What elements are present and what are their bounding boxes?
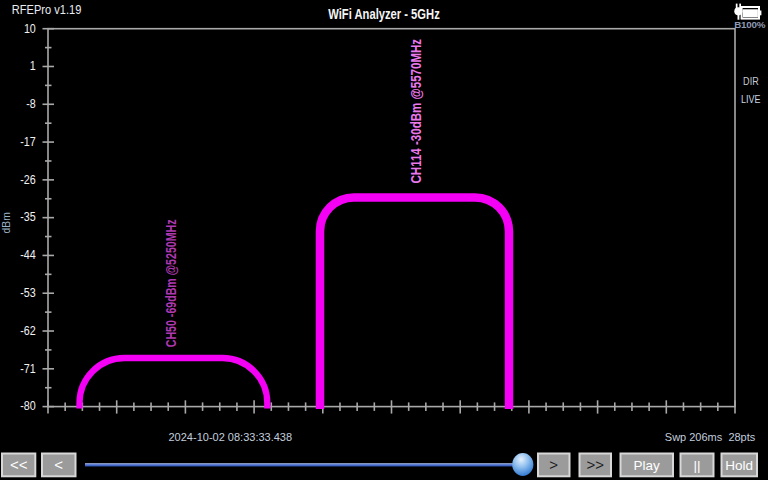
svg-text:Swp 206ms 28pts: Swp 206ms 28pts <box>665 430 756 444</box>
svg-text:>: > <box>549 456 558 473</box>
svg-text:RFEPro v1.19: RFEPro v1.19 <box>12 2 82 17</box>
svg-text:Play: Play <box>634 458 661 473</box>
svg-text:-26: -26 <box>20 172 36 187</box>
svg-text:CH114 -30dBm @5570MHz: CH114 -30dBm @5570MHz <box>407 39 424 184</box>
svg-text:-35: -35 <box>20 209 36 224</box>
svg-text:||: || <box>693 458 700 473</box>
svg-text:CH50 -69dBm @5250MHz: CH50 -69dBm @5250MHz <box>164 220 180 348</box>
svg-text:WiFi Analyzer - 5GHz: WiFi Analyzer - 5GHz <box>328 6 440 22</box>
svg-text:-17: -17 <box>20 134 36 149</box>
svg-text:-44: -44 <box>20 247 36 262</box>
svg-text:1: 1 <box>30 58 36 73</box>
svg-text:-53: -53 <box>20 285 36 300</box>
svg-text:<: < <box>54 456 63 473</box>
svg-text:<<: << <box>10 456 28 473</box>
svg-text:>>: >> <box>586 456 604 473</box>
svg-text:-71: -71 <box>20 361 36 376</box>
svg-text:DIR: DIR <box>743 75 759 87</box>
svg-text:-80: -80 <box>20 398 36 413</box>
svg-text:-8: -8 <box>26 96 36 111</box>
svg-text:2024-10-02 08:33:33.438: 2024-10-02 08:33:33.438 <box>169 430 293 444</box>
svg-text:LIVE: LIVE <box>741 93 761 105</box>
svg-text:10: 10 <box>24 21 36 36</box>
svg-text:dBm: dBm <box>1 212 12 233</box>
svg-text:Hold: Hold <box>725 458 753 473</box>
svg-text:-62: -62 <box>20 323 36 338</box>
svg-text:B100%: B100% <box>734 19 765 30</box>
